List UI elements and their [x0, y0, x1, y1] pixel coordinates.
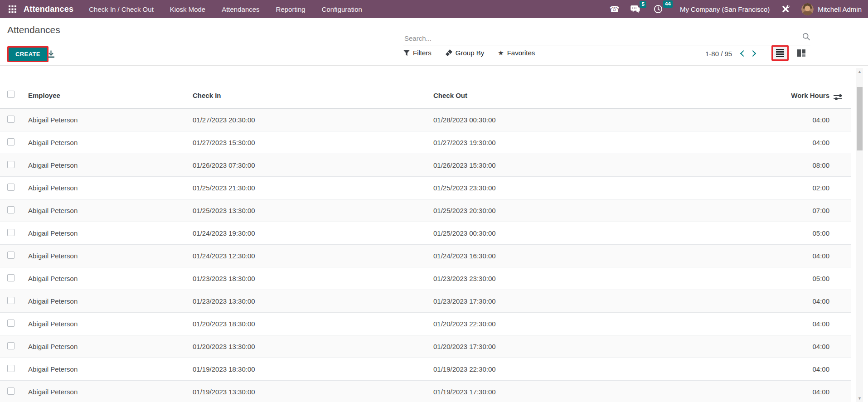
- control-panel: Attendances CREATE Filters: [0, 18, 868, 66]
- list-view-icon: [776, 49, 784, 57]
- column-header-employee[interactable]: Employee: [23, 92, 193, 108]
- cell-check-in: 01/20/2023 18:30:00: [193, 320, 433, 328]
- table-row[interactable]: Abigail Peterson 01/24/2023 12:30:00 01/…: [0, 245, 851, 267]
- app-name[interactable]: Attendances: [24, 5, 73, 14]
- cell-check-out: 01/20/2023 22:30:00: [433, 320, 635, 328]
- cell-check-out: 01/24/2023 16:30:00: [433, 252, 635, 260]
- cell-check-in: 01/24/2023 12:30:00: [193, 252, 433, 260]
- cell-check-out: 01/19/2023 22:30:00: [433, 365, 635, 373]
- search-input[interactable]: [403, 34, 799, 43]
- row-checkbox[interactable]: [7, 161, 15, 168]
- pager-previous-icon[interactable]: [740, 50, 747, 57]
- apps-grid-icon[interactable]: [6, 3, 18, 15]
- row-checkbox[interactable]: [7, 387, 15, 395]
- cell-check-out: 01/26/2023 15:30:00: [433, 161, 635, 169]
- company-switcher[interactable]: My Company (San Francisco): [680, 5, 770, 13]
- menu-check-in-check-out[interactable]: Check In / Check Out: [89, 5, 154, 13]
- row-checkbox[interactable]: [7, 229, 15, 236]
- search-bar: [403, 26, 810, 45]
- activities-badge: 44: [663, 0, 673, 8]
- wrench-screwdriver-glyph: [781, 4, 790, 14]
- cell-check-in: 01/25/2023 21:30:00: [193, 184, 433, 192]
- table-row[interactable]: Abigail Peterson 01/20/2023 18:30:00 01/…: [0, 313, 851, 335]
- cell-check-in: 01/26/2023 07:30:00: [193, 161, 433, 169]
- row-checkbox[interactable]: [7, 206, 15, 213]
- cell-check-in: 01/24/2023 19:30:00: [193, 229, 433, 237]
- table-row[interactable]: Abigail Peterson 01/24/2023 19:30:00 01/…: [0, 222, 851, 245]
- cell-work-hours: 08:00: [635, 161, 829, 169]
- search-icon[interactable]: [802, 33, 810, 43]
- menu-reporting[interactable]: Reporting: [276, 5, 305, 13]
- table-row[interactable]: Abigail Peterson 01/25/2023 21:30:00 01/…: [0, 177, 851, 199]
- cell-work-hours: 04:00: [635, 388, 829, 396]
- cell-check-out: 01/23/2023 23:30:00: [433, 275, 635, 282]
- column-header-check-out[interactable]: Check Out: [433, 92, 635, 108]
- cell-employee: Abigail Peterson: [23, 207, 193, 214]
- row-checkbox[interactable]: [7, 184, 15, 191]
- row-checkbox[interactable]: [7, 365, 15, 372]
- cell-check-in: 01/19/2023 18:30:00: [193, 365, 433, 373]
- row-checkbox[interactable]: [7, 297, 15, 304]
- search-options: Filters Group By ★ Favorites: [403, 49, 535, 57]
- cell-work-hours: 05:00: [635, 275, 829, 282]
- row-checkbox[interactable]: [7, 252, 15, 259]
- optional-columns-icon[interactable]: [834, 94, 842, 101]
- star-icon: ★: [498, 49, 504, 56]
- table-row[interactable]: Abigail Peterson 01/19/2023 13:30:00 01/…: [0, 381, 851, 402]
- cell-employee: Abigail Peterson: [23, 252, 193, 260]
- select-all-checkbox[interactable]: [7, 91, 15, 98]
- table-row[interactable]: Abigail Peterson 01/27/2023 15:30:00 01/…: [0, 131, 851, 154]
- menu-kiosk-mode[interactable]: Kiosk Mode: [170, 5, 205, 13]
- cell-check-out: 01/19/2023 17:30:00: [433, 388, 635, 396]
- row-checkbox[interactable]: [7, 116, 15, 123]
- group-by-button[interactable]: Group By: [445, 49, 484, 57]
- voip-phone-icon[interactable]: ☎: [609, 5, 619, 13]
- list-view-button[interactable]: [771, 45, 789, 61]
- group-by-diamonds-icon: [445, 49, 452, 57]
- cell-employee: Abigail Peterson: [23, 161, 193, 169]
- table-row[interactable]: Abigail Peterson 01/19/2023 18:30:00 01/…: [0, 358, 851, 381]
- row-checkbox[interactable]: [7, 342, 15, 349]
- row-checkbox[interactable]: [7, 320, 15, 327]
- table-row[interactable]: Abigail Peterson 01/27/2023 20:30:00 01/…: [0, 109, 851, 131]
- column-header-check-in[interactable]: Check In: [193, 92, 433, 108]
- column-header-work-hours[interactable]: Work Hours: [635, 92, 829, 108]
- export-download-icon[interactable]: [47, 50, 55, 60]
- debug-tools-icon[interactable]: [781, 4, 790, 14]
- table-row[interactable]: Abigail Peterson 01/26/2023 07:30:00 01/…: [0, 154, 851, 177]
- messages-icon[interactable]: 5: [630, 5, 640, 14]
- table-row[interactable]: Abigail Peterson 01/25/2023 13:30:00 01/…: [0, 199, 851, 222]
- menu-attendances[interactable]: Attendances: [222, 5, 259, 13]
- table-row[interactable]: Abigail Peterson 01/20/2023 13:30:00 01/…: [0, 335, 851, 358]
- topbar: Attendances Check In / Check Out Kiosk M…: [0, 0, 868, 18]
- pager-range: 1-80 / 95: [705, 50, 732, 58]
- cell-check-out: 01/27/2023 19:30:00: [433, 139, 635, 146]
- scroll-up-icon[interactable]: ▲: [856, 68, 863, 75]
- table-row[interactable]: Abigail Peterson 01/23/2023 13:30:00 01/…: [0, 290, 851, 313]
- user-menu[interactable]: Mitchell Admin: [801, 3, 862, 15]
- pager-next-icon[interactable]: [750, 50, 756, 57]
- chat-bubble-glyph: [630, 5, 640, 14]
- avatar-glyph: [801, 3, 814, 15]
- vertical-scrollbar[interactable]: ▲ ▼: [856, 68, 863, 402]
- cell-employee: Abigail Peterson: [23, 184, 193, 192]
- scroll-down-icon[interactable]: ▼: [856, 395, 863, 402]
- row-checkbox[interactable]: [7, 138, 15, 145]
- topbar-right: ☎ 5 44 My Company (San Francisco): [609, 3, 862, 15]
- control-panel-buttons-row: CREATE Filters Group By: [0, 44, 868, 65]
- menu-configuration[interactable]: Configuration: [322, 5, 362, 13]
- favorites-button[interactable]: ★ Favorites: [498, 49, 535, 57]
- activities-clock-icon[interactable]: 44: [654, 5, 663, 14]
- attendance-list: Employee Check In Check Out Work Hours A…: [0, 66, 851, 402]
- cell-work-hours: 07:00: [635, 207, 829, 214]
- filters-button[interactable]: Filters: [403, 49, 432, 57]
- scrollbar-thumb[interactable]: [857, 87, 863, 150]
- row-checkbox[interactable]: [7, 274, 15, 281]
- kanban-view-button[interactable]: [794, 47, 809, 59]
- create-button[interactable]: CREATE: [7, 46, 48, 62]
- cell-check-out: 01/25/2023 20:30:00: [433, 207, 635, 214]
- user-name: Mitchell Admin: [818, 5, 862, 13]
- table-header: Employee Check In Check Out Work Hours: [0, 66, 851, 109]
- table-row[interactable]: Abigail Peterson 01/23/2023 18:30:00 01/…: [0, 267, 851, 290]
- clock-glyph: [654, 5, 663, 14]
